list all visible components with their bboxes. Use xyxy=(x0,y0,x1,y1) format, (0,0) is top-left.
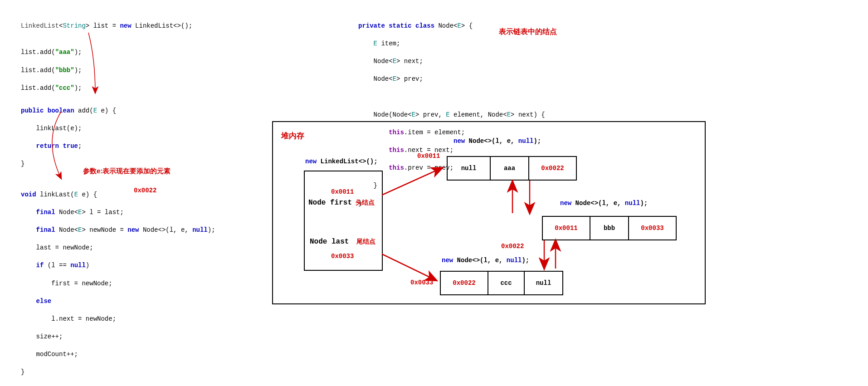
annotation-param-e: 参数e:表示现在要添加的元素 xyxy=(83,167,171,176)
label-new-node-1: new Node<>(l, e, null); xyxy=(454,137,541,145)
heap-title: 堆内存 xyxy=(281,131,304,141)
linkedlist-first: Node first 头结点 xyxy=(308,199,375,207)
code-block-usage: LinkedList<String> list = new LinkedList… xyxy=(21,13,192,93)
node3-addr: 0x0033 xyxy=(410,279,433,286)
label-new-linkedlist: new LinkedList<>(); xyxy=(305,158,378,165)
label-new-node-2: new Node<>(l, e, null); xyxy=(560,200,648,207)
node1-next: 0x0022 xyxy=(529,157,576,180)
code-block-linklast: void linkLast(E e) { final Node<E> l = l… xyxy=(21,181,215,377)
linkedlist-last-addr: 0x0033 xyxy=(331,253,354,260)
node2-item: bbb xyxy=(590,217,629,239)
node-box-3: 0x0022 ccc null xyxy=(440,271,563,295)
node-box-2: 0x0011 bbb 0x0033 xyxy=(542,216,677,240)
node3-item: ccc xyxy=(488,272,525,294)
linkedlist-first-addr: 0x0011 xyxy=(331,188,354,195)
node2-next: 0x0033 xyxy=(629,217,676,239)
code-block-add: public boolean add(E e) { linkLast(e); r… xyxy=(21,98,116,169)
node1-item: aaa xyxy=(491,157,529,180)
node3-next: null xyxy=(525,272,562,294)
linkedlist-last: Node last 尾结点 xyxy=(310,238,375,246)
node2-prev: 0x0011 xyxy=(543,217,590,239)
node2-addr: 0x0022 xyxy=(501,243,524,250)
node-box-1: null aaa 0x0022 xyxy=(447,156,577,181)
annotation-node-class: 表示链表中的结点 xyxy=(499,27,557,37)
node1-prev: null xyxy=(448,157,491,180)
node3-prev: 0x0022 xyxy=(441,272,488,294)
label-new-node-3: new Node<>(l, e, null); xyxy=(442,257,529,264)
node1-addr: 0x0011 xyxy=(417,152,440,160)
